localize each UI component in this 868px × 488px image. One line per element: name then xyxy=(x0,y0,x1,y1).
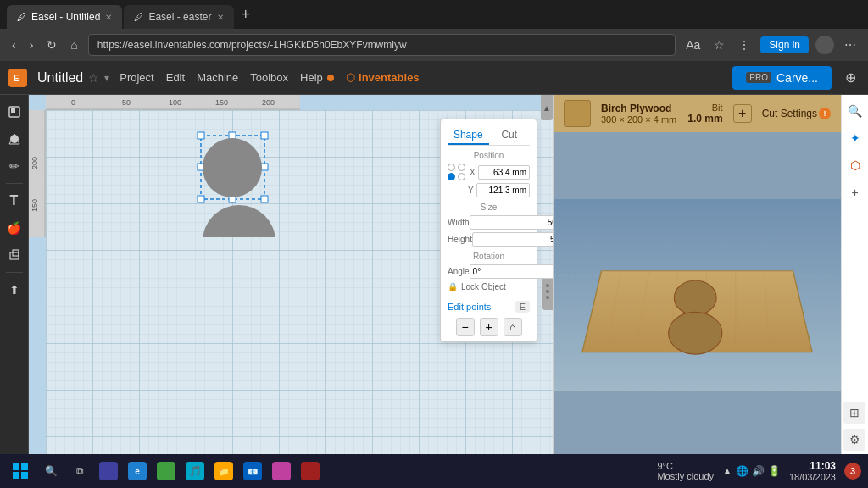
x-input[interactable] xyxy=(478,165,530,180)
taskbar-app-4[interactable]: 🎵 xyxy=(183,459,207,483)
weather-widget: 9°C Mostly cloudy xyxy=(657,461,714,481)
browser-chrome: 🖊 Easel - Untitled ✕ 🖊 Easel - easter ✕ … xyxy=(0,0,868,61)
tab-easel-easter[interactable]: 🖊 Easel - easter ✕ xyxy=(124,5,234,29)
new-tab-button[interactable]: + xyxy=(236,6,255,24)
tab-shape[interactable]: Shape xyxy=(448,126,489,145)
app-title: Untitled ☆ ▾ xyxy=(37,70,109,86)
tab-bar: 🖊 Easel - Untitled ✕ 🖊 Easel - easter ✕ … xyxy=(0,0,868,29)
pos-dot-tr[interactable] xyxy=(458,164,465,171)
bit-label: Bit xyxy=(712,103,723,113)
notification-badge[interactable]: 3 xyxy=(844,463,861,480)
favorite-star[interactable]: ☆ xyxy=(88,71,99,85)
sidebar-plugin-icon[interactable]: ✦ xyxy=(844,127,866,149)
svg-text:200: 200 xyxy=(262,98,275,107)
tool-pen[interactable]: ✏ xyxy=(3,154,26,178)
pos-dot-bl[interactable] xyxy=(448,173,455,180)
sidebar-office-icon[interactable]: ⬡ xyxy=(844,154,866,176)
tool-import[interactable]: ⬆ xyxy=(3,278,26,302)
tray-sound[interactable]: 🔊 xyxy=(752,465,765,477)
taskbar-app-5[interactable]: 📁 xyxy=(212,459,236,483)
tool-shapes[interactable] xyxy=(3,127,26,151)
tray-up-arrow[interactable]: ▲ xyxy=(722,465,732,477)
tray-network[interactable]: 🌐 xyxy=(736,465,748,477)
width-label: Width xyxy=(448,218,470,227)
start-button[interactable] xyxy=(7,458,34,485)
sidebar-add-icon[interactable]: + xyxy=(844,181,866,203)
svg-point-48 xyxy=(674,280,716,315)
more-tools-icon[interactable]: ⋯ xyxy=(841,36,860,53)
home-button[interactable]: ⌂ xyxy=(67,36,81,53)
right-sidebar-bottom: ⊞ ⚙ xyxy=(841,398,868,454)
svg-rect-17 xyxy=(29,110,46,237)
carve-button[interactable]: PRO Carve... xyxy=(732,66,832,90)
url-box[interactable]: https://easel.inventables.com/projects/-… xyxy=(88,34,676,56)
reload-button[interactable]: ↻ xyxy=(43,36,60,53)
taskbar-app-1[interactable] xyxy=(97,459,120,483)
material-swatch[interactable] xyxy=(564,100,591,127)
taskbar-app-8[interactable] xyxy=(298,459,322,483)
taskview-icon[interactable]: ⧉ xyxy=(68,459,92,483)
sign-in-button[interactable]: Sign in xyxy=(760,36,809,53)
preview-svg xyxy=(554,132,841,458)
sidebar-search-icon[interactable]: 🔍 xyxy=(844,100,866,122)
clock-date: 18/03/2023 xyxy=(789,472,836,482)
bookmark-icon[interactable]: ☆ xyxy=(710,36,728,53)
title-caret[interactable]: ▾ xyxy=(104,72,109,84)
taskbar-search-icon[interactable]: 🔍 xyxy=(39,459,63,483)
tab-easel-untitled[interactable]: 🖊 Easel - Untitled ✕ xyxy=(7,5,122,29)
add-material-button[interactable]: + xyxy=(733,104,752,123)
zoom-out-button[interactable]: − xyxy=(456,318,475,336)
canvas-area[interactable]: 0 50 100 150 200 250 300 50 100 150 200 xyxy=(29,95,553,488)
tool-image[interactable]: 🍎 xyxy=(3,216,26,240)
menu-bar: Project Edit Machine Toolbox Help ⬡ Inve… xyxy=(120,71,419,84)
taskbar-app-7[interactable] xyxy=(270,459,293,483)
angle-input[interactable] xyxy=(470,264,553,279)
y-input[interactable] xyxy=(476,183,530,197)
menu-project[interactable]: Project xyxy=(120,71,153,84)
panel-tab-bar: Shape Cut xyxy=(448,126,530,146)
pos-dot-br[interactable] xyxy=(458,173,465,180)
extensions-icon[interactable]: ⋮ xyxy=(735,36,754,53)
header-action-icon[interactable]: ⊕ xyxy=(842,66,860,89)
menu-toolbox[interactable]: Toolbox xyxy=(250,71,288,84)
back-button[interactable]: ‹ xyxy=(8,36,19,53)
tool-3d[interactable] xyxy=(3,243,26,267)
fit-view-button[interactable]: ⌂ xyxy=(504,318,522,336)
taskbar-app-3[interactable] xyxy=(154,459,178,483)
svg-rect-59 xyxy=(21,472,28,479)
layout-icon[interactable]: ⊞ xyxy=(843,402,865,424)
menu-machine[interactable]: Machine xyxy=(197,71,238,84)
width-row: Width ⛓ xyxy=(448,215,530,230)
taskbar-app-2[interactable]: e xyxy=(125,459,149,483)
tray-battery[interactable]: 🔋 xyxy=(768,465,781,477)
ruler-top: 0 50 100 150 200 250 300 xyxy=(46,95,300,110)
settings-icon[interactable]: ⚙ xyxy=(843,429,865,451)
tool-text[interactable]: T xyxy=(3,189,26,213)
forward-button[interactable]: › xyxy=(26,36,37,53)
edit-points-button[interactable]: Edit points xyxy=(448,302,491,312)
collapse-top-button[interactable]: ▲ xyxy=(541,95,553,120)
clock[interactable]: 11:03 18/03/2023 xyxy=(789,460,836,482)
tab-close-1[interactable]: ✕ xyxy=(105,13,112,22)
material-name: Birch Plywood xyxy=(601,103,677,114)
menu-edit[interactable]: Edit xyxy=(166,71,185,84)
width-input[interactable] xyxy=(470,215,553,230)
reader-icon[interactable]: Aa xyxy=(682,36,704,53)
shape-panel: Shape Cut Position X Y Size xyxy=(440,119,537,342)
taskbar-app-6[interactable]: 📧 xyxy=(241,459,264,483)
tab-close-2[interactable]: ✕ xyxy=(217,13,224,22)
svg-point-35 xyxy=(203,138,262,197)
menu-inventables[interactable]: ⬡ Inventables xyxy=(346,71,419,84)
zoom-in-button[interactable]: + xyxy=(480,318,498,336)
height-row: Height xyxy=(448,232,530,247)
cut-settings-button[interactable]: Cut Settings ! xyxy=(762,108,831,119)
svg-rect-58 xyxy=(13,472,19,479)
profile-avatar[interactable] xyxy=(815,36,834,54)
height-input[interactable] xyxy=(472,232,553,247)
menu-help[interactable]: Help xyxy=(300,71,334,84)
tab-cut[interactable]: Cut xyxy=(489,126,531,145)
material-info: Birch Plywood 300 × 200 × 4 mm xyxy=(601,103,677,125)
pos-dot-tl[interactable] xyxy=(448,164,455,171)
svg-rect-28 xyxy=(261,132,268,139)
tool-select[interactable] xyxy=(3,100,26,124)
